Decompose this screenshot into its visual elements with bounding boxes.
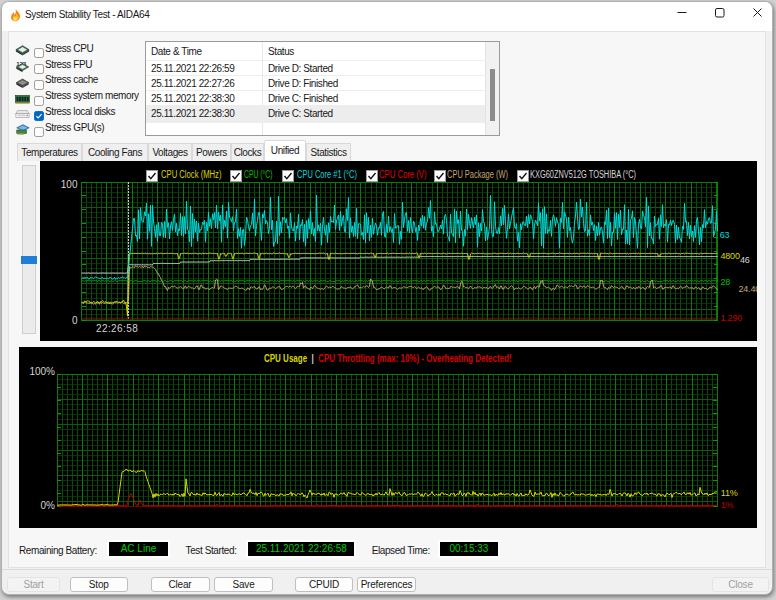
svg-text:46: 46: [739, 255, 749, 265]
svg-text:1%: 1%: [721, 500, 734, 510]
svg-text:100%: 100%: [29, 365, 55, 376]
svg-text:0: 0: [71, 315, 77, 326]
svg-text:22:26:58: 22:26:58: [96, 323, 138, 334]
svg-text:100: 100: [60, 179, 77, 190]
svg-text:63: 63: [719, 230, 729, 240]
svg-text:1.290: 1.290: [720, 313, 742, 323]
svg-text:11%: 11%: [721, 487, 738, 497]
svg-text:0%: 0%: [41, 500, 56, 511]
svg-text:28: 28: [720, 277, 730, 287]
svg-text:24.40: 24.40: [738, 284, 757, 294]
svg-text:4800: 4800: [720, 251, 739, 261]
